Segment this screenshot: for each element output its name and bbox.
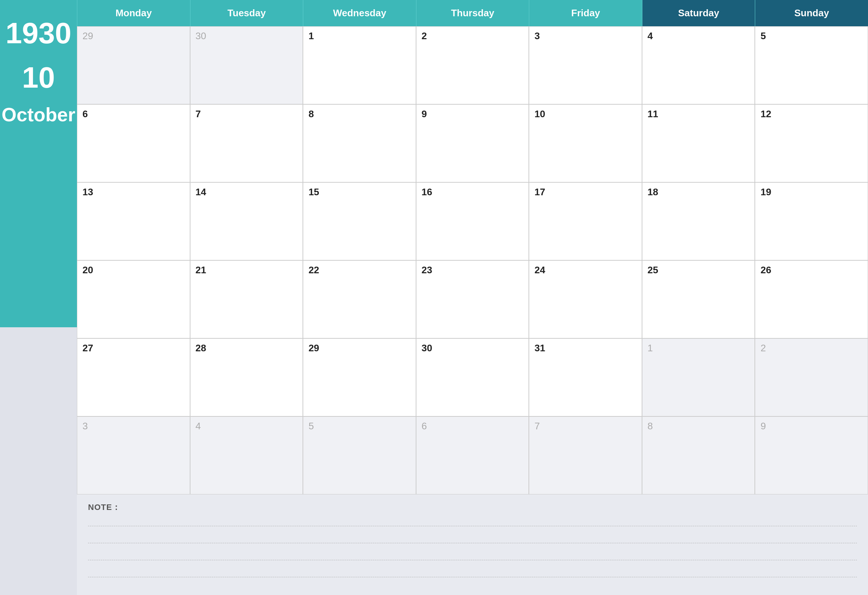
calendar-grid: 29 30 1 2 3 4 5 6 7 8 9 10 11 12 13 14 1… xyxy=(77,26,868,495)
header-monday: Monday xyxy=(77,0,190,26)
header-friday: Friday xyxy=(529,0,642,26)
table-row: 30 xyxy=(416,338,529,416)
sidebar-month: October xyxy=(1,103,75,126)
note-line-1 xyxy=(88,516,857,526)
table-row: 3 xyxy=(77,416,190,495)
table-row: 26 xyxy=(755,260,868,338)
table-row: 9 xyxy=(755,416,868,495)
table-row: 7 xyxy=(529,416,642,495)
table-row: 23 xyxy=(416,260,529,338)
table-row: 8 xyxy=(303,104,416,182)
table-row: 15 xyxy=(303,182,416,260)
note-line-4 xyxy=(88,567,857,577)
table-row: 6 xyxy=(77,104,190,182)
table-row: 19 xyxy=(755,182,868,260)
table-row: 6 xyxy=(416,416,529,495)
sidebar: 1930 10 October xyxy=(0,0,77,595)
sidebar-day-number: 10 xyxy=(22,63,55,93)
header-wednesday: Wednesday xyxy=(303,0,416,26)
table-row: 12 xyxy=(755,104,868,182)
note-label: NOTE： xyxy=(88,502,857,513)
table-row: 30 xyxy=(190,26,303,104)
table-row: 2 xyxy=(416,26,529,104)
header-sunday: Sunday xyxy=(755,0,868,26)
main-content: Monday Tuesday Wednesday Thursday Friday… xyxy=(77,0,868,595)
table-row: 18 xyxy=(642,182,755,260)
header-saturday: Saturday xyxy=(642,0,755,26)
table-row: 27 xyxy=(77,338,190,416)
table-row: 1 xyxy=(303,26,416,104)
sidebar-year: 1930 xyxy=(6,19,71,48)
table-row: 5 xyxy=(303,416,416,495)
table-row: 21 xyxy=(190,260,303,338)
table-row: 28 xyxy=(190,338,303,416)
table-row: 4 xyxy=(190,416,303,495)
notes-section: NOTE： xyxy=(77,495,868,595)
note-line-3 xyxy=(88,550,857,560)
note-line-2 xyxy=(88,533,857,543)
table-row: 11 xyxy=(642,104,755,182)
table-row: 7 xyxy=(190,104,303,182)
table-row: 3 xyxy=(529,26,642,104)
table-row: 2 xyxy=(755,338,868,416)
table-row: 1 xyxy=(642,338,755,416)
table-row: 20 xyxy=(77,260,190,338)
table-row: 10 xyxy=(529,104,642,182)
table-row: 13 xyxy=(77,182,190,260)
table-row: 8 xyxy=(642,416,755,495)
table-row: 25 xyxy=(642,260,755,338)
table-row: 16 xyxy=(416,182,529,260)
table-row: 29 xyxy=(303,338,416,416)
header-tuesday: Tuesday xyxy=(190,0,303,26)
calendar-header: Monday Tuesday Wednesday Thursday Friday… xyxy=(77,0,868,26)
table-row: 5 xyxy=(755,26,868,104)
table-row: 9 xyxy=(416,104,529,182)
table-row: 14 xyxy=(190,182,303,260)
table-row: 31 xyxy=(529,338,642,416)
table-row: 4 xyxy=(642,26,755,104)
table-row: 17 xyxy=(529,182,642,260)
calendar-wrapper: 1930 10 October Monday Tuesday Wednesday… xyxy=(0,0,868,595)
table-row: 29 xyxy=(77,26,190,104)
header-thursday: Thursday xyxy=(416,0,529,26)
table-row: 22 xyxy=(303,260,416,338)
table-row: 24 xyxy=(529,260,642,338)
